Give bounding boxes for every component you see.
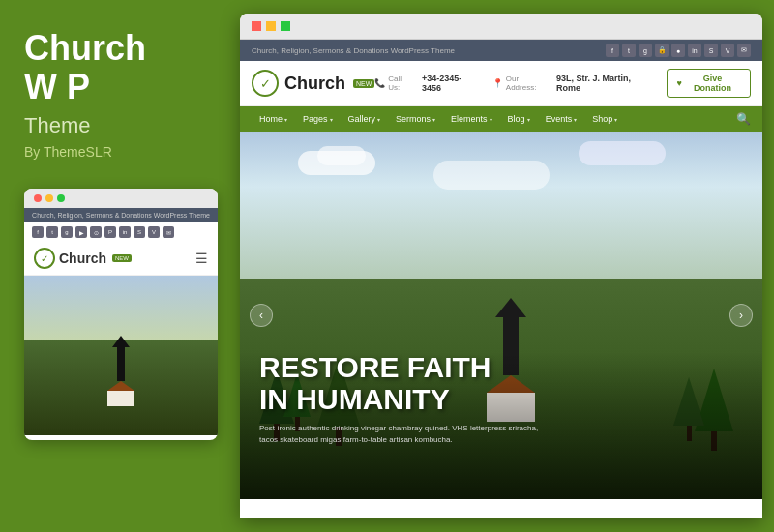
- nav-item-gallery[interactable]: Gallery▾: [341, 106, 389, 132]
- mobile-social-icon-e: ✉: [163, 226, 174, 238]
- topbar-social-fb[interactable]: f: [606, 44, 619, 57]
- site-topbar: Church, Religion, Sermons & Donations Wo…: [240, 40, 762, 61]
- nav-blog-arrow: ▾: [527, 116, 530, 123]
- nav-item-blog[interactable]: Blog▾: [500, 106, 538, 132]
- theme-subtitle: Theme: [24, 113, 216, 138]
- site-logo-icon: ✓: [252, 70, 279, 97]
- dot-green: [57, 194, 65, 202]
- site-header: ✓ Church NEW 📞 Call Us: +34-2345-3456 📍 …: [240, 61, 762, 106]
- nav-search-icon[interactable]: 🔍: [736, 112, 751, 126]
- carousel-arrow-prev[interactable]: ‹: [250, 304, 273, 327]
- dot-yellow: [45, 194, 53, 202]
- nav-item-home[interactable]: Home▾: [252, 106, 295, 132]
- dot-red: [34, 194, 42, 202]
- browser-mockup: Church, Religion, Sermons & Donations Wo…: [240, 14, 762, 518]
- site-logo-badge: NEW: [353, 79, 374, 88]
- call-value: +34-2345-3456: [422, 74, 477, 93]
- donate-button[interactable]: ♥ Give Donation: [667, 69, 751, 98]
- topbar-social-dot[interactable]: ●: [671, 44, 685, 57]
- site-tagline: Church, Religion, Sermons & Donations Wo…: [252, 46, 455, 55]
- nav-item-pages[interactable]: Pages▾: [295, 106, 341, 132]
- nav-events-arrow: ▾: [574, 116, 577, 123]
- browser-chrome: [240, 14, 762, 40]
- nav-item-events[interactable]: Events▾: [538, 106, 585, 132]
- phone-icon: 📞: [374, 78, 385, 88]
- mobile-logo-icon: ✓: [34, 248, 55, 269]
- left-panel: Church W P Theme By ThemeSLR Church, Rel…: [0, 0, 240, 532]
- topbar-social-s[interactable]: S: [704, 44, 718, 57]
- cloud-4: [579, 141, 666, 165]
- topbar-social-tw[interactable]: t: [622, 44, 636, 57]
- topbar-social-gp[interactable]: g: [639, 44, 652, 57]
- nav-item-shop[interactable]: Shop▾: [584, 106, 625, 132]
- topbar-social-v[interactable]: V: [721, 44, 734, 57]
- site-header-contact: 📞 Call Us: +34-2345-3456 📍 Our Address: …: [374, 69, 751, 98]
- hero-title: RESTORE FAITH IN HUMANITY: [259, 351, 743, 415]
- address-label: Our Address:: [506, 74, 549, 92]
- topbar-social-icons: f t g 🔒 ● in S V ✉: [606, 44, 751, 57]
- mobile-social-icon-gp: g: [61, 226, 73, 238]
- nav-shop-arrow: ▾: [614, 116, 617, 123]
- nav-elements-arrow: ▾: [490, 116, 492, 123]
- contact-address: 📍 Our Address: 93L, Str. J. Martin, Rome: [492, 74, 651, 93]
- topbar-social-in[interactable]: in: [688, 44, 701, 57]
- hero-text-block: RESTORE FAITH IN HUMANITY Post-ironic au…: [259, 351, 743, 446]
- hero-subtitle: Post-ironic authentic drinking vinegar c…: [259, 423, 550, 446]
- browser-dot-green: [281, 21, 290, 31]
- nav-home-arrow: ▾: [284, 116, 287, 123]
- mobile-header: ✓ Church NEW ☰: [24, 242, 218, 276]
- mobile-logo-text: Church: [59, 251, 106, 266]
- contact-phone: 📞 Call Us: +34-2345-3456: [374, 74, 476, 93]
- mobile-social-icon-s: S: [134, 226, 145, 238]
- mobile-logo-badge: NEW: [112, 254, 132, 262]
- theme-by: By ThemeSLR: [24, 144, 216, 160]
- call-label: Call Us:: [388, 74, 413, 92]
- mobile-social-icon-tw: t: [46, 226, 58, 238]
- theme-title: Church W P: [24, 29, 216, 105]
- mobile-hero-image: [24, 276, 218, 435]
- site-nav: Home▾ Pages▾ Gallery▾ Sermons▾ Elements▾…: [240, 106, 762, 132]
- mobile-social-icon-in: in: [119, 226, 131, 238]
- mobile-social-icon-pin: P: [104, 226, 116, 238]
- nav-item-elements[interactable]: Elements▾: [443, 106, 500, 132]
- location-icon: 📍: [492, 78, 503, 88]
- browser-dot-yellow: [266, 21, 276, 31]
- mobile-logo-area: ✓ Church NEW: [34, 248, 132, 269]
- site-logo-text: Church: [284, 74, 345, 94]
- mobile-church-figure: [107, 347, 134, 406]
- mobile-social-bar: f t g ▶ ⊙ P in S V ✉: [24, 222, 218, 242]
- nav-pages-arrow: ▾: [330, 116, 333, 123]
- cloud-3: [433, 161, 550, 190]
- browser-dot-red: [252, 21, 261, 31]
- mobile-hamburger-icon[interactable]: ☰: [195, 251, 208, 266]
- site-logo-area: ✓ Church NEW: [252, 70, 374, 97]
- nav-items: Home▾ Pages▾ Gallery▾ Sermons▾ Elements▾…: [252, 106, 625, 132]
- mobile-topbar: Church, Religion, Sermons & Donations Wo…: [24, 208, 218, 222]
- nav-gallery-arrow: ▾: [377, 116, 380, 123]
- mobile-social-icon-fb: f: [32, 226, 44, 238]
- mobile-browser-dots: [24, 189, 218, 208]
- cloud-2: [317, 146, 366, 165]
- topbar-social-e[interactable]: ✉: [737, 44, 751, 57]
- nav-sermons-arrow: ▾: [432, 116, 435, 123]
- mobile-social-icon-rss: ⊙: [90, 226, 102, 238]
- mobile-social-icon-v: V: [148, 226, 160, 238]
- mobile-social-icon-yt: ▶: [75, 226, 87, 238]
- topbar-social-lock[interactable]: 🔒: [655, 44, 669, 57]
- site-hero: RESTORE FAITH IN HUMANITY Post-ironic au…: [240, 132, 762, 499]
- heart-icon: ♥: [677, 78, 682, 88]
- carousel-arrow-next[interactable]: ›: [729, 304, 753, 327]
- address-value: 93L, Str. J. Martin, Rome: [556, 74, 651, 93]
- nav-item-sermons[interactable]: Sermons▾: [388, 106, 443, 132]
- mobile-preview-card: Church, Religion, Sermons & Donations Wo…: [24, 189, 218, 440]
